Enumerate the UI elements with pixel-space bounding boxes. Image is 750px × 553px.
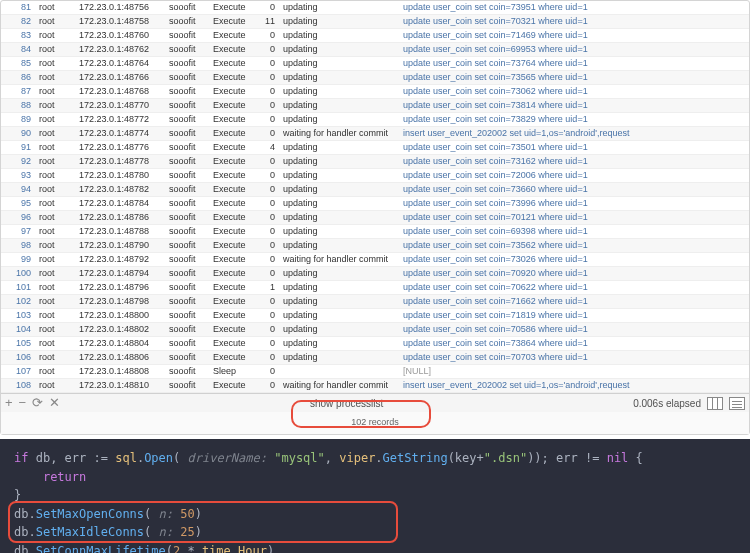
table-cell: 108 — [1, 379, 35, 393]
table-cell: 0 — [259, 99, 279, 113]
table-cell: sooofit — [165, 99, 209, 113]
table-cell: 0 — [259, 71, 279, 85]
table-cell: sooofit — [165, 379, 209, 393]
table-cell: update user_coin set coin=70121 where ui… — [399, 211, 749, 225]
table-cell: sooofit — [165, 253, 209, 267]
table-row[interactable]: 95root172.23.0.1:48784sooofitExecute0upd… — [1, 197, 749, 211]
table-cell: update user_coin set coin=73864 where ui… — [399, 337, 749, 351]
table-row[interactable]: 86root172.23.0.1:48766sooofitExecute0upd… — [1, 71, 749, 85]
table-cell: updating — [279, 57, 399, 71]
table-cell: waiting for handler commit — [279, 127, 399, 141]
list-view-icon[interactable] — [729, 397, 745, 410]
table-row[interactable]: 100root172.23.0.1:48794sooofitExecute0up… — [1, 267, 749, 281]
table-row[interactable]: 96root172.23.0.1:48786sooofitExecute0upd… — [1, 211, 749, 225]
table-cell: 172.23.0.1:48800 — [75, 309, 165, 323]
table-cell: 106 — [1, 351, 35, 365]
add-button[interactable]: + — [5, 396, 13, 410]
table-cell: 0 — [259, 183, 279, 197]
db-results-panel: 81root172.23.0.1:48756sooofitExecute0upd… — [0, 0, 750, 435]
table-cell: 172.23.0.1:48810 — [75, 379, 165, 393]
table-cell: 172.23.0.1:48766 — [75, 71, 165, 85]
table-row[interactable]: 93root172.23.0.1:48780sooofitExecute0upd… — [1, 169, 749, 183]
table-cell: 1 — [259, 281, 279, 295]
table-cell: Execute — [209, 239, 259, 253]
table-cell: 172.23.0.1:48796 — [75, 281, 165, 295]
table-cell: 172.23.0.1:48772 — [75, 113, 165, 127]
elapsed-text: 0.006s elapsed — [633, 398, 701, 409]
table-cell: updating — [279, 337, 399, 351]
table-cell: updating — [279, 85, 399, 99]
table-row[interactable]: 88root172.23.0.1:48770sooofitExecute0upd… — [1, 99, 749, 113]
code-line-1: if db, err := sql.Open( driverName: "mys… — [14, 449, 736, 468]
table-row[interactable]: 101root172.23.0.1:48796sooofitExecute1up… — [1, 281, 749, 295]
table-row[interactable]: 97root172.23.0.1:48788sooofitExecute0upd… — [1, 225, 749, 239]
table-row[interactable]: 103root172.23.0.1:48800sooofitExecute0up… — [1, 309, 749, 323]
table-row[interactable]: 106root172.23.0.1:48806sooofitExecute0up… — [1, 351, 749, 365]
table-cell: root — [35, 337, 75, 351]
table-cell: 100 — [1, 267, 35, 281]
table-cell: sooofit — [165, 71, 209, 85]
table-cell: updating — [279, 155, 399, 169]
table-row[interactable]: 89root172.23.0.1:48772sooofitExecute0upd… — [1, 113, 749, 127]
table-row[interactable]: 81root172.23.0.1:48756sooofitExecute0upd… — [1, 1, 749, 15]
table-cell: updating — [279, 1, 399, 15]
table-cell: update user_coin set coin=73565 where ui… — [399, 71, 749, 85]
table-cell: 83 — [1, 29, 35, 43]
table-cell: Execute — [209, 281, 259, 295]
table-row[interactable]: 84root172.23.0.1:48762sooofitExecute0upd… — [1, 43, 749, 57]
table-cell: update user_coin set coin=71469 where ui… — [399, 29, 749, 43]
table-cell: 172.23.0.1:48764 — [75, 57, 165, 71]
table-cell: Execute — [209, 337, 259, 351]
table-cell: Execute — [209, 169, 259, 183]
table-cell: 81 — [1, 1, 35, 15]
table-cell: 0 — [259, 295, 279, 309]
close-button[interactable]: ✕ — [49, 396, 60, 410]
table-cell: sooofit — [165, 141, 209, 155]
table-cell: Execute — [209, 1, 259, 15]
table-cell: 172.23.0.1:48760 — [75, 29, 165, 43]
table-row[interactable]: 83root172.23.0.1:48760sooofitExecute0upd… — [1, 29, 749, 43]
table-cell: updating — [279, 295, 399, 309]
table-cell: 4 — [259, 141, 279, 155]
table-row[interactable]: 108root172.23.0.1:48810sooofitExecute0wa… — [1, 379, 749, 393]
table-cell: Execute — [209, 197, 259, 211]
table-row[interactable]: 91root172.23.0.1:48776sooofitExecute4upd… — [1, 141, 749, 155]
table-row[interactable]: 94root172.23.0.1:48782sooofitExecute0upd… — [1, 183, 749, 197]
table-cell: sooofit — [165, 183, 209, 197]
table-cell: root — [35, 99, 75, 113]
table-cell: updating — [279, 351, 399, 365]
table-row[interactable]: 104root172.23.0.1:48802sooofitExecute0up… — [1, 323, 749, 337]
table-row[interactable]: 85root172.23.0.1:48764sooofitExecute0upd… — [1, 57, 749, 71]
table-cell: updating — [279, 309, 399, 323]
table-row[interactable]: 90root172.23.0.1:48774sooofitExecute0wai… — [1, 127, 749, 141]
table-cell: Execute — [209, 127, 259, 141]
table-cell: root — [35, 239, 75, 253]
table-row[interactable]: 107root172.23.0.1:48808sooofitSleep0[NUL… — [1, 365, 749, 379]
table-cell: update user_coin set coin=73026 where ui… — [399, 253, 749, 267]
table-cell: root — [35, 15, 75, 29]
table-cell: sooofit — [165, 211, 209, 225]
table-row[interactable]: 98root172.23.0.1:48790sooofitExecute0upd… — [1, 239, 749, 253]
table-row[interactable]: 92root172.23.0.1:48778sooofitExecute0upd… — [1, 155, 749, 169]
table-cell: 172.23.0.1:48758 — [75, 15, 165, 29]
table-row[interactable]: 105root172.23.0.1:48804sooofitExecute0up… — [1, 337, 749, 351]
table-cell: 91 — [1, 141, 35, 155]
table-cell: 172.23.0.1:48792 — [75, 253, 165, 267]
table-cell: 0 — [259, 155, 279, 169]
grid-view-icon[interactable] — [707, 397, 723, 410]
table-cell: 172.23.0.1:48790 — [75, 239, 165, 253]
table-cell: 0 — [259, 267, 279, 281]
table-row[interactable]: 87root172.23.0.1:48768sooofitExecute0upd… — [1, 85, 749, 99]
table-row[interactable]: 102root172.23.0.1:48798sooofitExecute0up… — [1, 295, 749, 309]
table-cell: 89 — [1, 113, 35, 127]
table-cell: sooofit — [165, 295, 209, 309]
table-cell: root — [35, 379, 75, 393]
table-cell: update user_coin set coin=70321 where ui… — [399, 15, 749, 29]
table-cell: updating — [279, 211, 399, 225]
table-row[interactable]: 82root172.23.0.1:48758sooofitExecute11up… — [1, 15, 749, 29]
remove-button[interactable]: − — [19, 396, 27, 410]
table-cell: Sleep — [209, 365, 259, 379]
table-row[interactable]: 99root172.23.0.1:48792sooofitExecute0wai… — [1, 253, 749, 267]
refresh-button[interactable]: ⟳ — [32, 396, 43, 410]
code-line-2: return — [14, 468, 736, 487]
